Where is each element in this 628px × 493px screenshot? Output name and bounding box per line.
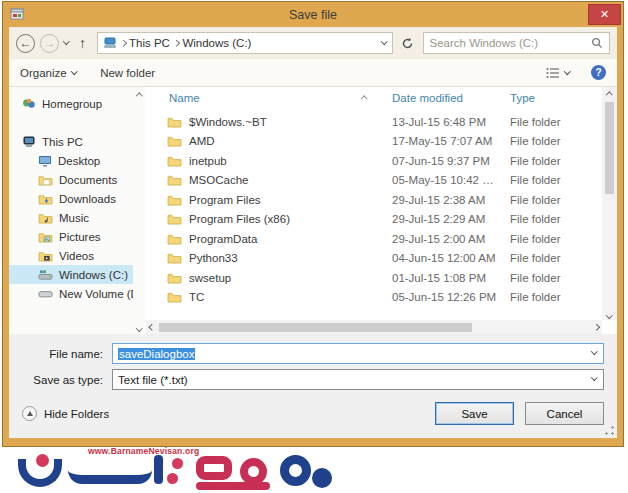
scroll-down-icon[interactable] — [606, 312, 612, 318]
scroll-down-icon[interactable] — [136, 325, 142, 331]
scroll-up-icon[interactable] — [136, 93, 142, 99]
scroll-left-icon[interactable] — [149, 324, 155, 330]
table-row[interactable]: inetpub 07-Jun-15 9:37 PM File folder — [146, 151, 602, 171]
sidebar-item-this-pc[interactable]: This PC — [9, 132, 133, 151]
file-date: 29-Jul-15 2:00 AM — [392, 233, 510, 245]
organize-button[interactable]: Organize — [20, 67, 76, 79]
recent-locations-dropdown-icon[interactable] — [63, 38, 69, 44]
sidebar-item-windows-c[interactable]: Windows (C:) — [9, 265, 133, 284]
table-row[interactable]: Python33 04-Jun-15 12:00 AM File folder — [146, 249, 602, 269]
sidebar-item-label: Documents — [59, 174, 117, 186]
sidebar-item-pictures[interactable]: Pictures — [9, 227, 133, 246]
file-type: File folder — [510, 272, 602, 284]
table-row[interactable]: swsetup 01-Jul-15 1:08 PM File folder — [146, 268, 602, 288]
resize-grip-icon[interactable] — [605, 426, 614, 435]
music-icon — [38, 212, 53, 224]
sidebar-item-desktop[interactable]: Desktop — [9, 151, 133, 170]
save-file-dialog: Save file ✕ ← → ↑ This PC Windows (C:) — [2, 1, 624, 447]
sidebar-item-music[interactable]: Music — [9, 208, 133, 227]
chevron-down-icon[interactable] — [591, 374, 597, 380]
address-bar[interactable]: This PC Windows (C:) — [97, 32, 393, 54]
file-rows: $Windows.~BT 13-Jul-15 6:48 PM File fold… — [146, 109, 602, 320]
drive-d-icon — [38, 289, 53, 299]
dialog-footer: File name: saveDialogbox Save as type: T… — [9, 334, 617, 438]
file-name: ProgramData — [189, 233, 257, 245]
table-row[interactable]: ProgramData 29-Jul-15 2:00 AM File folde… — [146, 229, 602, 249]
scroll-right-icon[interactable] — [593, 324, 599, 330]
drive-c-icon — [38, 269, 53, 281]
sidebar-item-downloads[interactable]: Downloads — [9, 189, 133, 208]
file-type: File folder — [510, 116, 602, 128]
sidebar-item-videos[interactable]: Videos — [9, 246, 133, 265]
new-folder-label: New folder — [100, 67, 155, 79]
close-button[interactable]: ✕ — [588, 4, 621, 25]
breadcrumb-windows-c[interactable]: Windows (C:) — [182, 37, 251, 49]
file-name: $Windows.~BT — [189, 116, 267, 128]
column-header-type[interactable]: Type — [510, 92, 602, 104]
hide-folders-button[interactable]: Hide Folders — [22, 406, 109, 421]
logo-shape — [312, 468, 332, 488]
file-name-value: saveDialogbox — [118, 348, 195, 360]
chevron-down-icon — [564, 68, 570, 74]
sort-ascending-icon — [361, 96, 367, 102]
column-label: Name — [169, 92, 200, 104]
chevron-down-icon[interactable] — [591, 348, 597, 354]
address-dropdown-icon[interactable] — [381, 38, 387, 44]
file-type: File folder — [510, 213, 602, 225]
sidebar-item-homegroup[interactable]: Homegroup — [9, 94, 133, 113]
save-button[interactable]: Save — [435, 402, 514, 425]
sidebar-item-documents[interactable]: Documents — [9, 170, 133, 189]
table-row[interactable]: Program Files 29-Jul-15 2:38 AM File fol… — [146, 190, 602, 210]
videos-icon — [38, 250, 53, 262]
sidebar-scrollbar[interactable] — [133, 87, 146, 334]
sidebar-item-new-volume-d[interactable]: New Volume (D:) — [9, 284, 133, 303]
scrollbar-thumb[interactable] — [605, 102, 614, 194]
scroll-up-icon[interactable] — [606, 92, 612, 98]
refresh-button[interactable] — [398, 33, 418, 53]
navigation-bar: ← → ↑ This PC Windows (C:) — [9, 27, 617, 59]
file-name-input[interactable]: saveDialogbox — [112, 343, 604, 364]
desktop-icon — [38, 155, 52, 167]
vertical-scrollbar[interactable] — [602, 87, 617, 320]
save-as-type-label: Save as type: — [22, 374, 112, 386]
search-input[interactable] — [430, 37, 592, 49]
new-folder-button[interactable]: New folder — [100, 67, 155, 79]
file-date: 29-Jul-15 2:29 AM — [392, 213, 510, 225]
folder-icon — [167, 174, 182, 186]
file-date: 05-May-15 10:42 … — [392, 174, 510, 186]
scrollbar-thumb[interactable] — [159, 323, 473, 332]
logo-shape — [36, 454, 49, 467]
search-box[interactable] — [423, 32, 611, 54]
up-button[interactable]: ↑ — [74, 35, 92, 51]
breadcrumb-this-pc[interactable]: This PC — [129, 37, 170, 49]
table-row[interactable]: $Windows.~BT 13-Jul-15 6:48 PM File fold… — [146, 112, 602, 132]
file-date: 13-Jul-15 6:48 PM — [392, 116, 510, 128]
cancel-button[interactable]: Cancel — [525, 402, 604, 425]
file-date: 05-Jun-15 12:26 PM — [392, 291, 510, 303]
save-as-type-select[interactable]: Text file (*.txt) — [112, 369, 604, 390]
watermark-url: www.BarnameNevisan.org — [88, 446, 199, 456]
save-as-type-value: Text file (*.txt) — [118, 374, 188, 386]
back-button[interactable]: ← — [16, 34, 35, 53]
file-name-label: File name: — [22, 348, 112, 360]
folder-icon — [167, 213, 182, 225]
file-type: File folder — [510, 233, 602, 245]
chevron-down-icon — [71, 68, 77, 74]
horizontal-scrollbar[interactable] — [146, 320, 602, 334]
column-header-name[interactable]: Name — [146, 92, 392, 104]
column-header-date-modified[interactable]: Date modified — [392, 92, 510, 104]
forward-button[interactable]: → — [40, 34, 59, 53]
sidebar-item-label: This PC — [42, 136, 83, 148]
help-icon[interactable]: ? — [591, 65, 606, 80]
homegroup-icon — [22, 98, 36, 110]
table-row[interactable]: TC 05-Jun-15 12:26 PM File folder — [146, 288, 602, 308]
file-date: 04-Jun-15 12:00 AM — [392, 252, 510, 264]
table-row[interactable]: Program Files (x86) 29-Jul-15 2:29 AM Fi… — [146, 210, 602, 230]
computer-icon — [103, 37, 117, 49]
file-name: AMD — [189, 135, 215, 147]
table-row[interactable]: AMD 17-May-15 7:07 AM File folder — [146, 132, 602, 152]
table-row[interactable]: MSOCache 05-May-15 10:42 … File folder — [146, 171, 602, 191]
title-bar[interactable]: Save file ✕ — [3, 2, 623, 27]
change-view-button[interactable] — [546, 67, 570, 79]
file-type: File folder — [510, 174, 602, 186]
